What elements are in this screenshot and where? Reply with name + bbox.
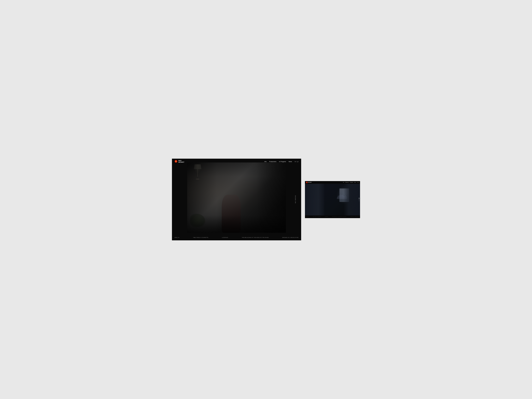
sec-nav-in-progress[interactable]: In Progress — [350, 182, 353, 183]
bottom-film3[interactable]: THE MELUGINAS AT THE EDGE OF THE RIVER — [242, 237, 269, 238]
page-wrapper: RED DESERT Info Productions In Progress … — [162, 159, 370, 240]
bottom-film2[interactable]: LUCEFACE — [222, 237, 228, 238]
sec-nav-productions[interactable]: Productions — [345, 182, 349, 183]
scroll-indicator[interactable] — [359, 198, 359, 201]
secondary-nav-links: Info Productions In Progress News en / p… — [343, 182, 359, 183]
nav-in-progress[interactable]: In Progress — [279, 161, 286, 162]
secondary-logo-text: RED DESERT — [308, 182, 312, 183]
sec-bottom-film4[interactable]: DREAMS OF A REVOLUTION — [350, 216, 359, 217]
main-window: RED DESERT Info Productions In Progress … — [172, 159, 301, 240]
sec-nav-info[interactable]: Info — [343, 182, 344, 183]
secondary-nav: RED DESERT Info Productions In Progress … — [305, 181, 360, 184]
film-still — [187, 162, 286, 233]
secondary-logo-circle — [306, 182, 308, 183]
bottom-film4[interactable]: DREAMS OF A REVOLUTION — [282, 237, 298, 238]
curtain-left — [305, 184, 324, 215]
secondary-logo[interactable]: RED DESERT — [306, 182, 312, 183]
nav-links: Info Productions In Progress News en / p… — [264, 161, 298, 162]
video-area[interactable] — [187, 162, 286, 233]
nav-news[interactable]: News — [289, 161, 292, 162]
bottom-reel[interactable]: REEL'24 — [175, 237, 179, 238]
sec-bottom-reel[interactable]: REEL'24 — [306, 216, 309, 217]
sec-bottom-film1[interactable]: TIME TAKES A CIGARETTE — [313, 216, 321, 217]
cinematic-overlay — [187, 162, 286, 233]
secondary-video[interactable] — [305, 184, 360, 215]
logo-text: RED DESERT — [178, 160, 184, 163]
logo-circle — [175, 160, 177, 163]
logo-icon — [175, 160, 178, 163]
sec-bottom-film3[interactable]: THE MELUGINAS AT THE EDGE OF THE RIVER — [332, 216, 346, 217]
logo-flame-icon — [175, 161, 177, 162]
curtain-right — [343, 184, 360, 215]
main-nav-bar: RED DESERT Info Productions In Progress … — [172, 159, 301, 164]
sec-nav-news[interactable]: News — [354, 182, 356, 183]
nav-lang[interactable]: en / pt — [295, 161, 298, 162]
nav-info[interactable]: Info — [264, 161, 266, 162]
scroll-thumb — [359, 198, 359, 199]
secondary-window: RED DESERT Info Productions In Progress … — [305, 181, 360, 218]
sec-nav-lang[interactable]: en / pt — [357, 182, 359, 183]
sound-label[interactable]: SOUND ON — [295, 196, 296, 204]
secondary-bottom-bar: REEL'24 TIME TAKES A CIGARETTE LUCEFACE … — [305, 215, 360, 218]
bottom-film1[interactable]: TIME TAKES A CIGARETTE — [193, 237, 209, 238]
bottom-bar: REEL'24 TIME TAKES A CIGARETTE LUCEFACE … — [172, 235, 301, 240]
logo[interactable]: RED DESERT — [175, 160, 184, 163]
nav-productions[interactable]: Productions — [269, 161, 276, 162]
sec-bottom-film2[interactable]: LUCEFACE — [325, 216, 328, 217]
